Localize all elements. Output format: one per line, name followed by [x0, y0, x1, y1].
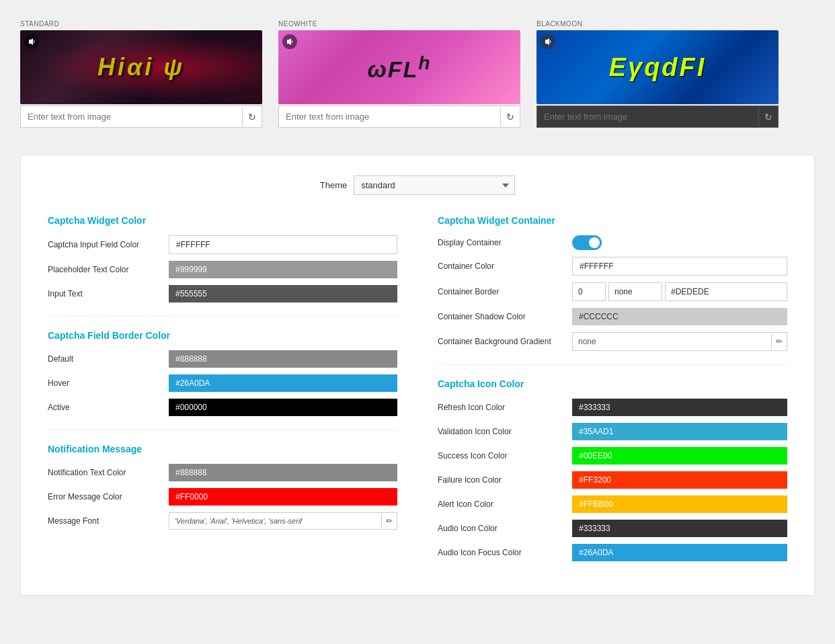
border-color-input[interactable]: [665, 282, 787, 301]
captcha-widget-neowhite: NEOWHITE ωFLh ↻: [278, 20, 520, 128]
captcha-label-blackmoon: BLACKMOON: [536, 20, 779, 28]
settings-col-left: Captcha Widget Color Captcha Input Field…: [48, 215, 397, 568]
refresh-icon-color-box: #333333: [572, 399, 787, 416]
section-title-icon-color: Captcha Icon Color: [438, 378, 787, 389]
border-width-input[interactable]: [572, 282, 606, 301]
captcha-input-field-color[interactable]: [169, 235, 397, 254]
field-row-container-color: Container Color: [438, 257, 787, 276]
captcha-label-standard: STANDARD: [20, 20, 262, 28]
field-label-input-color: Captcha Input Field Color: [48, 240, 169, 249]
field-row-shadow-color: Container Shadow Color #CCCCCC: [438, 308, 787, 325]
field-label-refresh-icon: Refresh Icon Color: [438, 403, 572, 412]
field-row-error-color: Error Message Color #FF0000: [48, 488, 397, 506]
field-label-placeholder-color: Placeholder Text Color: [48, 265, 169, 274]
field-row-border-active: Active #000000: [48, 399, 397, 416]
field-row-container-border: Container Border: [438, 282, 787, 301]
svg-marker-2: [545, 38, 549, 45]
captcha-text-blackmoon: EγqdFI: [609, 53, 707, 82]
captcha-input-neowhite[interactable]: [279, 106, 500, 127]
field-label-shadow-color: Container Shadow Color: [438, 312, 572, 321]
field-label-bg-gradient: Container Background Gradient: [438, 337, 572, 346]
border-hover-color-box: #26A0DA: [169, 374, 397, 392]
captcha-refresh-neowhite[interactable]: ↻: [500, 108, 520, 126]
field-label-failure-icon: Failure Icon Color: [438, 475, 572, 485]
section-title-notification: Notification Message: [48, 444, 397, 454]
field-row-display-container: Display Container: [438, 235, 787, 250]
field-label-border-active: Active: [48, 403, 169, 412]
success-icon-color-box: #00EE00: [572, 447, 787, 465]
alert-icon-color-box: #FFBB00: [572, 495, 787, 513]
svg-marker-1: [287, 38, 291, 45]
border-default-color-box: #888888: [169, 350, 397, 368]
field-label-display-container: Display Container: [438, 238, 572, 247]
border-active-color-box: #000000: [169, 399, 397, 416]
field-label-success-icon: Success Icon Color: [438, 451, 572, 460]
captcha-widget-standard: STANDARD Hiαi ψ ↻: [20, 20, 262, 128]
field-label-input-text: Input Text: [48, 289, 169, 298]
border-input-group: [572, 282, 787, 301]
validation-icon-color-box: #35AAD1: [572, 423, 787, 440]
captcha-input-row-blackmoon: ↻: [536, 106, 779, 128]
field-row-input-text: Input Text #555555: [48, 285, 397, 303]
section-title-container: Captcha Widget Container: [438, 215, 787, 226]
field-row-alert-icon: Alert Icon Color #FFBB00: [438, 495, 787, 513]
captcha-input-row-standard: ↻: [20, 106, 262, 128]
gradient-input[interactable]: [573, 333, 771, 350]
field-row-input-color: Captcha Input Field Color: [48, 235, 397, 254]
failure-icon-color-box: #FF3200: [572, 471, 787, 489]
theme-select[interactable]: standard neowhite blackmoon: [354, 175, 515, 195]
field-label-audio-focus-icon: Audio Icon Focus Color: [438, 548, 572, 557]
field-row-border-default: Default #888888: [48, 350, 397, 368]
captcha-image-blackmoon: EγqdFI: [536, 30, 779, 104]
field-row-failure-icon: Failure Icon Color #FF3200: [438, 471, 787, 489]
audio-icon-standard[interactable]: [24, 34, 39, 49]
field-label-container-border: Container Border: [438, 287, 572, 296]
audio-focus-icon-color-box: #26A0DA: [572, 544, 787, 561]
audio-icon-blackmoon[interactable]: [541, 34, 555, 49]
audio-icon-neowhite[interactable]: [282, 34, 297, 49]
page-wrapper: STANDARD Hiαi ψ ↻ NEOWHITE: [0, 0, 835, 616]
field-row-audio-focus-icon: Audio Icon Focus Color #26A0DA: [438, 544, 787, 561]
field-label-alert-icon: Alert Icon Color: [438, 499, 572, 509]
gradient-edit-btn[interactable]: ✏: [771, 334, 787, 349]
field-row-validation-icon: Validation Icon Color #35AAD1: [438, 423, 787, 440]
captcha-text-neowhite: ωFLh: [367, 52, 431, 83]
divider-1: [48, 316, 397, 317]
font-input-row: ✏: [169, 512, 397, 530]
captcha-label-neowhite: NEOWHITE: [278, 20, 520, 28]
field-row-audio-icon: Audio Icon Color #333333: [438, 520, 787, 537]
captcha-image-neowhite: ωFLh: [278, 30, 520, 104]
font-edit-btn[interactable]: ✏: [381, 514, 397, 528]
field-label-error-color: Error Message Color: [48, 492, 169, 501]
placeholder-color-box: #999999: [169, 261, 397, 278]
container-color-input[interactable]: [572, 257, 787, 276]
settings-col-right: Captcha Widget Container Display Contain…: [438, 215, 787, 568]
field-label-notif-text-color: Notification Text Color: [48, 468, 169, 477]
captcha-input-blackmoon[interactable]: [537, 106, 758, 127]
theme-row: Theme standard neowhite blackmoon: [48, 175, 787, 195]
captcha-text-standard: Hiαi ψ: [97, 53, 185, 81]
theme-label: Theme: [320, 180, 347, 190]
field-label-container-color: Container Color: [438, 261, 572, 271]
captcha-refresh-standard[interactable]: ↻: [242, 108, 262, 126]
captcha-refresh-blackmoon[interactable]: ↻: [758, 108, 778, 126]
error-color-box: #FF0000: [169, 488, 397, 506]
field-row-message-font: Message Font ✏: [48, 512, 397, 530]
border-style-input[interactable]: [608, 282, 662, 301]
svg-marker-0: [29, 38, 33, 45]
field-label-border-hover: Hover: [48, 378, 169, 388]
captcha-input-standard[interactable]: [21, 106, 242, 127]
input-text-color-box: #555555: [169, 285, 397, 303]
toggle-track: [572, 235, 602, 250]
divider-2: [48, 430, 397, 430]
audio-icon-color-box: #333333: [572, 520, 787, 537]
captcha-input-row-neowhite: ↻: [278, 106, 520, 128]
captcha-previews: STANDARD Hiαi ψ ↻ NEOWHITE: [20, 20, 815, 128]
field-row-border-hover: Hover #26A0DA: [48, 374, 397, 392]
message-font-input[interactable]: [169, 513, 381, 529]
display-container-toggle[interactable]: [572, 235, 602, 250]
section-title-border-color: Captcha Field Border Color: [48, 330, 397, 341]
captcha-image-standard: Hiαi ψ: [20, 30, 262, 104]
shadow-color-box: #CCCCCC: [572, 308, 787, 325]
gradient-input-row: ✏: [572, 332, 787, 351]
